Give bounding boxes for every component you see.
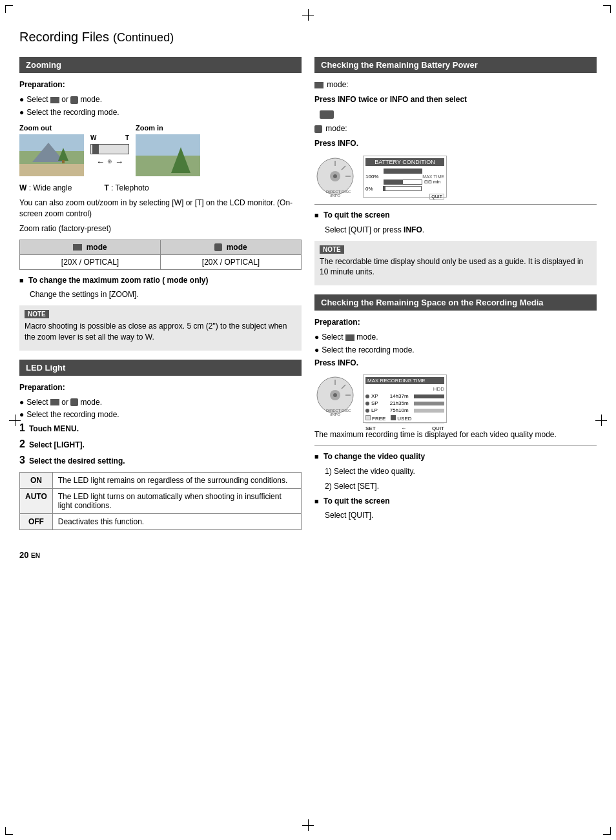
- zoom-bullet-1: ● Select or mode.: [19, 94, 302, 105]
- battery-bars: MAX TIME ⊡⊡ min: [384, 169, 444, 185]
- page-title-main: Recording Files: [19, 30, 109, 44]
- rec-quit-text: Select [QUIT].: [325, 510, 597, 521]
- rec-time-screen: MAX RECORDING TIME HDD XP 14h37m SP 21h3…: [363, 374, 447, 423]
- zoom-lever: [90, 144, 129, 154]
- rec-legend: FREE USED: [365, 415, 444, 422]
- battery-button-indicator: [320, 109, 597, 120]
- crosshair-right: [595, 415, 607, 426]
- rec-quit-title-text: To quit the screen: [323, 497, 389, 506]
- battery-bar-row-50: ⊡⊡ min: [384, 179, 444, 185]
- zoom-in-area: Zoom in: [136, 124, 200, 176]
- change-quality-step1: 1) Select the video quality.: [325, 466, 597, 477]
- page-title: Recording Files (Continued): [19, 28, 597, 45]
- w-desc-label: W: [19, 183, 26, 192]
- led-settings-table: ON The LED light remains on regardless o…: [19, 472, 302, 530]
- rec-body-text: The maximum recording time is displayed …: [314, 429, 597, 440]
- led-bullet-2: ● Select the recording mode.: [19, 409, 302, 420]
- battery-header-text: Checking the Remaining Battery Power: [321, 60, 478, 70]
- battery-header: Checking the Remaining Battery Power: [314, 57, 597, 73]
- crosshair-top: [302, 9, 314, 21]
- left-column: Zooming Preparation: ● Select or mode. ●…: [19, 57, 302, 565]
- zooming-header: Zooming: [19, 57, 302, 73]
- battery-camera-text: Press INFO.: [314, 139, 358, 148]
- battery-mode-video: mode:: [314, 79, 597, 90]
- battery-button-icon: [320, 110, 334, 119]
- right-column: Checking the Remaining Battery Power mod…: [314, 57, 597, 565]
- legend-used-square: [391, 415, 396, 420]
- zoom-table-header-2: mode: [161, 240, 302, 254]
- led-light-section: LED Light Preparation: ● Select or mode.…: [19, 360, 302, 530]
- led-step1-text: Touch MENU.: [29, 424, 79, 435]
- rec-bullet-1: ● Select mode.: [314, 332, 597, 343]
- zoom-bullet-2-text: Select the recording mode.: [26, 107, 119, 118]
- svg-text:/INFO: /INFO: [330, 413, 340, 416]
- battery-condition-screen: BATTERY CONDITION 100% MAX TIME: [363, 156, 447, 198]
- battery-bar-inner-100: [384, 169, 422, 173]
- battery-bar-inner-0: [384, 187, 385, 190]
- max-time-area: MAX TIME: [384, 174, 444, 179]
- led-table-row-auto: AUTO The LED light turns on automaticall…: [20, 488, 302, 513]
- battery-quit-area: QUIT: [365, 193, 444, 200]
- rec-row-xp: XP 14h37m: [365, 393, 444, 399]
- led-bullet-2-text: Select the recording mode.: [26, 409, 119, 420]
- legend-free: FREE: [365, 415, 385, 422]
- rec-time-lp: 75h10m: [390, 407, 412, 413]
- battery-label-100: 100%: [365, 174, 381, 179]
- battery-mode-video-label: mode:: [327, 80, 348, 89]
- zoom-note-text: Macro shooting is possible as close as a…: [25, 321, 296, 343]
- hdd-label: HDD: [365, 386, 444, 392]
- main-content: Zooming Preparation: ● Select or mode. ●…: [19, 57, 597, 565]
- zoom-note-label: NOTE: [25, 310, 49, 318]
- battery-bar-outer-50: [384, 179, 422, 185]
- led-table-row-on: ON The LED light remains on regardless o…: [20, 472, 302, 488]
- t-desc-text: : Telephoto: [111, 183, 149, 192]
- arrow-left: ←: [96, 157, 105, 167]
- change-quality-step2: 2) Select [SET].: [325, 481, 597, 492]
- sq-bullet-1: ■: [19, 276, 24, 284]
- t-label: T: [125, 134, 129, 141]
- battery-mode-camera: mode:: [314, 123, 597, 134]
- rec-time-xp: 14h37m: [390, 393, 412, 399]
- zoom-body-text: You can also zoom out/zoom in by selecti…: [19, 198, 302, 220]
- zoom-wt-desc: W : Wide angle T : Telephoto: [19, 183, 302, 194]
- svg-text:/INFO: /INFO: [330, 194, 340, 198]
- rec-dot-lp: [365, 409, 369, 413]
- rec-quality-xp: XP: [371, 393, 388, 399]
- bullet-dot-2: ●: [19, 107, 24, 118]
- led-step3-num: 3: [19, 455, 25, 466]
- sq-bullet-quit: ■: [314, 211, 319, 219]
- page-num-suffix: EN: [31, 552, 40, 559]
- corner-mark-br: [603, 827, 611, 835]
- battery-bar-inner-50: [384, 180, 403, 184]
- zoom-note-box: NOTE Macro shooting is possible as close…: [19, 305, 302, 351]
- rec-screen-title: MAX RECORDING TIME: [365, 377, 444, 384]
- change-quality-title: ■ To change the video quality: [314, 451, 597, 462]
- led-step-3: 3 Select the desired setting.: [19, 455, 302, 467]
- tree-shape: [58, 148, 68, 161]
- battery-label-0: 0%: [365, 186, 381, 192]
- rec-quit-title: ■ To quit the screen: [314, 496, 597, 507]
- zoom-in-label: Zoom in: [136, 124, 200, 132]
- corner-mark-tr: [603, 5, 611, 13]
- rec-media-divider: [314, 446, 597, 446]
- battery-section: Checking the Remaining Battery Power mod…: [314, 57, 597, 285]
- rec-row-sp: SP 21h35m: [365, 400, 444, 406]
- battery-mode-camera-label: mode:: [325, 124, 347, 133]
- battery-mode-video-instruction: Press INFO twice or INFO and then select: [314, 94, 597, 105]
- rec-bullet-dot-1: ●: [314, 332, 319, 343]
- led-bullet-1: ● Select or mode.: [19, 397, 302, 408]
- rec-quality-lp: LP: [371, 407, 388, 413]
- zoom-col2-header: mode: [227, 243, 247, 252]
- battery-note-box: NOTE The recordable time display should …: [314, 241, 597, 286]
- rec-disc-info-icon: DIRECT DISC /INFO: [314, 374, 356, 416]
- battery-mode-camera-instruction: Press INFO.: [314, 138, 597, 149]
- quit-screen-text-content: Select [QUIT] or press INFO.: [325, 225, 424, 234]
- tele-tree-shape: [171, 147, 190, 173]
- zoom-icon: ⊕: [107, 158, 112, 165]
- zoom-bar-area: W T ← ⊕ →: [90, 134, 129, 167]
- battery-row-100: 100% MAX TIME ⊡⊡ min: [365, 169, 444, 185]
- zoom-out-label: Zoom out: [19, 124, 84, 132]
- zoom-ratio-label: Zoom ratio (factory-preset): [19, 223, 302, 234]
- legend-used-text: USED: [397, 416, 411, 422]
- zoom-table-header-1: mode: [20, 240, 161, 254]
